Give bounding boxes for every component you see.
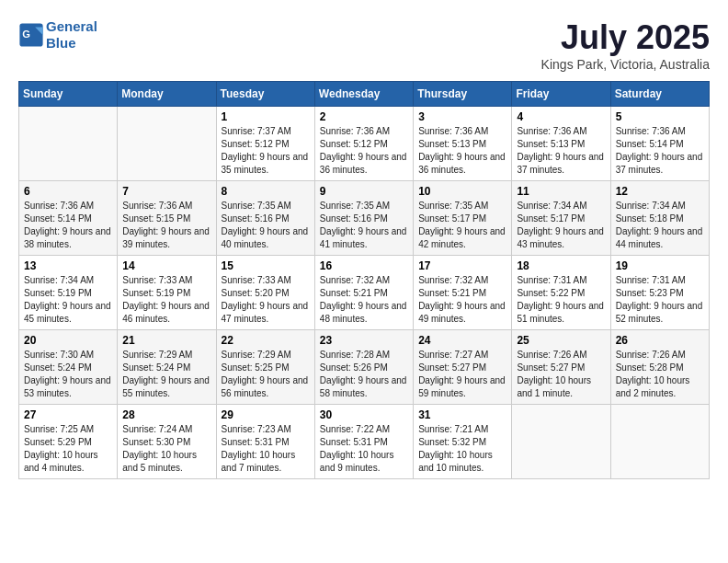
day-number: 15 — [222, 259, 310, 272]
calendar-cell: 28Sunrise: 7:24 AMSunset: 5:30 PMDayligh… — [118, 405, 216, 479]
day-detail: Sunrise: 7:36 AMSunset: 5:14 PMDaylight:… — [616, 125, 704, 177]
day-number: 29 — [222, 408, 310, 421]
calendar-cell: 11Sunrise: 7:34 AMSunset: 5:17 PMDayligh… — [512, 181, 610, 256]
day-detail: Sunrise: 7:33 AMSunset: 5:20 PMDaylight:… — [222, 274, 310, 326]
weekday-header-tuesday: Tuesday — [216, 82, 314, 107]
weekday-header-thursday: Thursday — [414, 82, 512, 107]
calendar-cell: 12Sunrise: 7:34 AMSunset: 5:18 PMDayligh… — [610, 181, 709, 256]
calendar-cell: 2Sunrise: 7:36 AMSunset: 5:12 PMDaylight… — [314, 107, 413, 181]
calendar-cell: 14Sunrise: 7:33 AMSunset: 5:19 PMDayligh… — [118, 256, 216, 330]
day-detail: Sunrise: 7:26 AMSunset: 5:28 PMDaylight:… — [616, 349, 704, 400]
day-number: 14 — [122, 259, 210, 272]
day-number: 31 — [418, 408, 506, 421]
calendar-cell: 4Sunrise: 7:36 AMSunset: 5:13 PMDaylight… — [512, 107, 610, 181]
day-detail: Sunrise: 7:29 AMSunset: 5:25 PMDaylight:… — [222, 349, 310, 400]
calendar-week-5: 27Sunrise: 7:25 AMSunset: 5:29 PMDayligh… — [19, 405, 710, 479]
day-detail: Sunrise: 7:26 AMSunset: 5:27 PMDaylight:… — [517, 349, 605, 400]
month-title: July 2025 — [541, 18, 710, 57]
location-subtitle: Kings Park, Victoria, Australia — [541, 57, 710, 72]
calendar-cell: 30Sunrise: 7:22 AMSunset: 5:31 PMDayligh… — [314, 405, 413, 479]
calendar-cell: 20Sunrise: 7:30 AMSunset: 5:24 PMDayligh… — [19, 330, 118, 405]
calendar-cell: 31Sunrise: 7:21 AMSunset: 5:32 PMDayligh… — [414, 405, 512, 479]
day-detail: Sunrise: 7:36 AMSunset: 5:15 PMDaylight:… — [122, 200, 210, 251]
calendar-body: 1Sunrise: 7:37 AMSunset: 5:12 PMDaylight… — [19, 107, 710, 479]
day-detail: Sunrise: 7:31 AMSunset: 5:22 PMDaylight:… — [517, 274, 605, 326]
calendar-cell: 1Sunrise: 7:37 AMSunset: 5:12 PMDaylight… — [216, 107, 314, 181]
day-number: 12 — [616, 185, 704, 198]
day-number: 11 — [517, 185, 605, 198]
day-detail: Sunrise: 7:29 AMSunset: 5:24 PMDaylight:… — [122, 349, 210, 400]
day-detail: Sunrise: 7:23 AMSunset: 5:31 PMDaylight:… — [222, 423, 310, 475]
day-detail: Sunrise: 7:35 AMSunset: 5:16 PMDaylight:… — [222, 200, 310, 251]
day-number: 28 — [122, 408, 210, 421]
day-detail: Sunrise: 7:36 AMSunset: 5:14 PMDaylight:… — [24, 200, 112, 251]
day-number: 16 — [320, 259, 408, 272]
logo-text-blue: Blue — [46, 35, 97, 52]
calendar-cell — [118, 107, 216, 181]
calendar-cell: 29Sunrise: 7:23 AMSunset: 5:31 PMDayligh… — [216, 405, 314, 479]
day-number: 7 — [122, 185, 210, 198]
day-number: 17 — [418, 259, 506, 272]
weekday-header-monday: Monday — [118, 82, 216, 107]
calendar-cell — [512, 405, 610, 479]
day-number: 2 — [320, 110, 408, 123]
weekday-header-wednesday: Wednesday — [314, 82, 413, 107]
day-number: 19 — [616, 259, 704, 272]
calendar-week-3: 13Sunrise: 7:34 AMSunset: 5:19 PMDayligh… — [19, 256, 710, 330]
logo-icon: G — [18, 22, 44, 48]
day-number: 6 — [24, 185, 112, 198]
calendar-week-4: 20Sunrise: 7:30 AMSunset: 5:24 PMDayligh… — [19, 330, 710, 405]
day-detail: Sunrise: 7:25 AMSunset: 5:29 PMDaylight:… — [24, 423, 112, 475]
day-detail: Sunrise: 7:34 AMSunset: 5:18 PMDaylight:… — [616, 200, 704, 251]
day-detail: Sunrise: 7:21 AMSunset: 5:32 PMDaylight:… — [418, 423, 506, 475]
calendar-cell: 19Sunrise: 7:31 AMSunset: 5:23 PMDayligh… — [610, 256, 709, 330]
day-number: 1 — [222, 110, 310, 123]
calendar-cell: 21Sunrise: 7:29 AMSunset: 5:24 PMDayligh… — [118, 330, 216, 405]
weekday-header-sunday: Sunday — [19, 82, 118, 107]
day-detail: Sunrise: 7:36 AMSunset: 5:13 PMDaylight:… — [418, 125, 506, 177]
calendar-cell: 10Sunrise: 7:35 AMSunset: 5:17 PMDayligh… — [414, 181, 512, 256]
day-detail: Sunrise: 7:33 AMSunset: 5:19 PMDaylight:… — [122, 274, 210, 326]
weekday-header-row: SundayMondayTuesdayWednesdayThursdayFrid… — [19, 82, 710, 107]
day-number: 27 — [24, 408, 112, 421]
day-number: 4 — [517, 110, 605, 123]
day-number: 25 — [517, 334, 605, 347]
day-number: 21 — [122, 334, 210, 347]
day-number: 10 — [418, 185, 506, 198]
day-number: 30 — [320, 408, 408, 421]
day-number: 5 — [616, 110, 704, 123]
day-detail: Sunrise: 7:22 AMSunset: 5:31 PMDaylight:… — [320, 423, 408, 475]
day-number: 22 — [222, 334, 310, 347]
calendar-cell: 22Sunrise: 7:29 AMSunset: 5:25 PMDayligh… — [216, 330, 314, 405]
page-header: G General Blue July 2025 Kings Park, Vic… — [18, 18, 710, 72]
day-number: 3 — [418, 110, 506, 123]
calendar-cell: 6Sunrise: 7:36 AMSunset: 5:14 PMDaylight… — [19, 181, 118, 256]
calendar-cell: 3Sunrise: 7:36 AMSunset: 5:13 PMDaylight… — [414, 107, 512, 181]
day-number: 23 — [320, 334, 408, 347]
svg-text:G: G — [22, 29, 30, 40]
day-detail: Sunrise: 7:28 AMSunset: 5:26 PMDaylight:… — [320, 349, 408, 400]
day-number: 9 — [320, 185, 408, 198]
calendar-cell: 7Sunrise: 7:36 AMSunset: 5:15 PMDaylight… — [118, 181, 216, 256]
weekday-header-friday: Friday — [512, 82, 610, 107]
day-number: 8 — [222, 185, 310, 198]
calendar-cell: 16Sunrise: 7:32 AMSunset: 5:21 PMDayligh… — [314, 256, 413, 330]
day-detail: Sunrise: 7:34 AMSunset: 5:19 PMDaylight:… — [24, 274, 112, 326]
calendar-table: SundayMondayTuesdayWednesdayThursdayFrid… — [18, 81, 710, 479]
day-detail: Sunrise: 7:24 AMSunset: 5:30 PMDaylight:… — [122, 423, 210, 475]
calendar-cell: 8Sunrise: 7:35 AMSunset: 5:16 PMDaylight… — [216, 181, 314, 256]
calendar-cell: 26Sunrise: 7:26 AMSunset: 5:28 PMDayligh… — [610, 330, 709, 405]
day-detail: Sunrise: 7:27 AMSunset: 5:27 PMDaylight:… — [418, 349, 506, 400]
day-detail: Sunrise: 7:31 AMSunset: 5:23 PMDaylight:… — [616, 274, 704, 326]
day-detail: Sunrise: 7:34 AMSunset: 5:17 PMDaylight:… — [517, 200, 605, 251]
calendar-cell: 5Sunrise: 7:36 AMSunset: 5:14 PMDaylight… — [610, 107, 709, 181]
day-number: 13 — [24, 259, 112, 272]
day-detail: Sunrise: 7:36 AMSunset: 5:12 PMDaylight:… — [320, 125, 408, 177]
calendar-cell: 25Sunrise: 7:26 AMSunset: 5:27 PMDayligh… — [512, 330, 610, 405]
calendar-week-1: 1Sunrise: 7:37 AMSunset: 5:12 PMDaylight… — [19, 107, 710, 181]
day-detail: Sunrise: 7:32 AMSunset: 5:21 PMDaylight:… — [418, 274, 506, 326]
calendar-week-2: 6Sunrise: 7:36 AMSunset: 5:14 PMDaylight… — [19, 181, 710, 256]
day-detail: Sunrise: 7:35 AMSunset: 5:17 PMDaylight:… — [418, 200, 506, 251]
calendar-cell: 9Sunrise: 7:35 AMSunset: 5:16 PMDaylight… — [314, 181, 413, 256]
weekday-header-saturday: Saturday — [610, 82, 709, 107]
